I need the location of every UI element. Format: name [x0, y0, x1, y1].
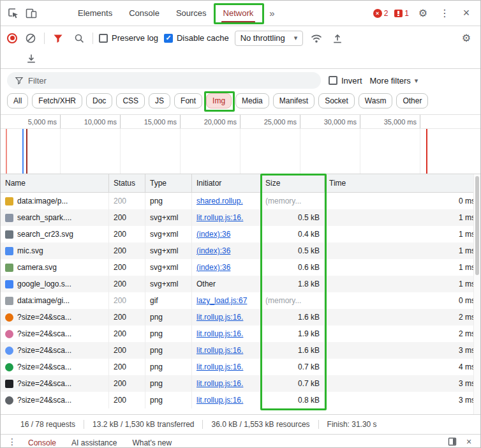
request-name-cell[interactable]: ?size=24&sca... — [1, 342, 109, 359]
initiator-link[interactable]: (index):36 — [196, 263, 230, 272]
drawer-menu-icon[interactable]: ⋮ — [6, 436, 18, 447]
chip-manifest[interactable]: Manifest — [273, 93, 314, 108]
initiator-link[interactable]: lit.rollup.js:16. — [196, 396, 243, 405]
table-row[interactable]: ?size=24&sca...200pnglit.rollup.js:16.1.… — [1, 325, 480, 342]
column-header-status[interactable]: Status — [109, 174, 145, 192]
initiator-link[interactable]: (index):36 — [196, 230, 230, 239]
device-toolbar-icon[interactable] — [24, 6, 39, 21]
filter-toggle-icon[interactable] — [50, 31, 66, 46]
table-row[interactable]: ?size=24&sca...200pnglit.rollup.js:16.0.… — [1, 359, 480, 375]
chip-doc[interactable]: Doc — [86, 93, 112, 108]
table-row[interactable]: data:image/p...200pngshared.rollup.(memo… — [1, 193, 480, 209]
request-name-cell[interactable]: search_cr23.svg — [1, 226, 109, 243]
close-devtools-icon[interactable]: × — [459, 6, 474, 21]
initiator-link[interactable]: lit.rollup.js:16. — [196, 346, 243, 355]
table-row[interactable]: search_spark....200svg+xmllit.rollup.js:… — [1, 209, 480, 226]
drawer-close-icon[interactable]: × — [463, 436, 475, 447]
preserve-log-checkbox[interactable] — [99, 34, 108, 43]
initiator-link[interactable]: lit.rollup.js:16. — [196, 329, 243, 338]
tick-label: 15,000 ms — [121, 115, 181, 128]
table-row[interactable]: camera.svg200svg+xml(index):360.6 kB1 ms — [1, 259, 480, 276]
drawer-tab-console[interactable]: Console — [22, 436, 62, 447]
chip-img[interactable]: Img — [206, 93, 232, 108]
chip-fetch-xhr[interactable]: Fetch/XHR — [32, 93, 82, 108]
request-name: ?size=24&sca... — [17, 329, 71, 338]
request-name-cell[interactable]: search_spark.... — [1, 209, 109, 226]
export-har-icon[interactable] — [24, 50, 39, 66]
request-name-cell[interactable]: ?size=24&sca... — [1, 359, 109, 375]
column-header-type[interactable]: Type — [145, 174, 192, 192]
table-row[interactable]: mic.svg200svg+xml(index):360.5 kB1 ms — [1, 243, 480, 259]
column-header-time[interactable]: Time — [325, 174, 480, 192]
filter-input[interactable] — [28, 76, 313, 86]
request-name-cell[interactable]: ?size=24&sca... — [1, 325, 109, 342]
column-header-size[interactable]: Size — [261, 174, 325, 192]
drawer-tab-ai-assistance[interactable]: AI assistance — [66, 436, 122, 447]
waterfall-overview[interactable] — [1, 129, 480, 174]
time-cell: 1 ms — [325, 259, 480, 276]
table-row[interactable]: ?size=24&sca...200pnglit.rollup.js:16.1.… — [1, 342, 480, 359]
throttling-select[interactable]: No throttling ▾ — [235, 31, 304, 46]
initiator-link[interactable]: lit.rollup.js:16. — [196, 362, 243, 371]
request-name-cell[interactable]: google_logo.s... — [1, 276, 109, 292]
request-name-cell[interactable]: ?size=24&sca... — [1, 375, 109, 392]
table-row[interactable]: search_cr23.svg200svg+xml(index):360.4 k… — [1, 226, 480, 243]
chip-css[interactable]: CSS — [116, 93, 145, 108]
chip-all[interactable]: All — [7, 93, 28, 108]
scrollbar-thumb[interactable] — [475, 176, 479, 275]
chip-font[interactable]: Font — [174, 93, 202, 108]
table-row[interactable]: google_logo.s...200svg+xmlOther1.8 kB1 m… — [1, 276, 480, 292]
request-name-cell[interactable]: data:image/p... — [1, 193, 109, 209]
settings-gear-icon[interactable]: ⚙ — [415, 6, 431, 21]
dock-icon[interactable] — [446, 436, 459, 447]
invert-checkbox[interactable] — [329, 76, 337, 85]
clear-network-log-icon[interactable] — [23, 31, 38, 46]
error-badge[interactable]: × 2 — [373, 9, 389, 18]
tab-elements[interactable]: Elements — [70, 1, 121, 26]
column-header-initiator[interactable]: Initiator — [192, 174, 261, 192]
more-options-icon[interactable]: ⋮ — [437, 6, 452, 21]
column-header-name[interactable]: Name — [1, 174, 109, 192]
network-conditions-icon[interactable] — [309, 31, 324, 46]
timeline-event-marker — [426, 129, 427, 174]
drawer-tab-whats-new[interactable]: What's new — [126, 436, 177, 447]
more-panels-icon[interactable]: » — [264, 6, 279, 21]
inspect-element-icon[interactable] — [6, 6, 21, 21]
table-row[interactable]: ?size=24&sca...200pnglit.rollup.js:16.0.… — [1, 375, 480, 392]
request-name-cell[interactable]: mic.svg — [1, 243, 109, 259]
chip-media[interactable]: Media — [235, 93, 269, 108]
request-name-cell[interactable]: ?size=24&sca... — [1, 309, 109, 325]
import-har-icon[interactable] — [330, 31, 345, 46]
initiator-text: Other — [196, 280, 216, 288]
disable-cache-checkbox[interactable]: ✓ — [164, 34, 173, 43]
initiator-link[interactable]: lit.rollup.js:16. — [196, 313, 243, 322]
more-filters-button[interactable]: More filters ▾ — [370, 76, 421, 86]
chip-other[interactable]: Other — [396, 93, 428, 108]
request-name-cell[interactable]: camera.svg — [1, 259, 109, 276]
tab-console[interactable]: Console — [121, 1, 168, 26]
table-row[interactable]: data:image/gi...200giflazy_load.js:67(me… — [1, 292, 480, 309]
initiator-link[interactable]: lazy_load.js:67 — [196, 296, 247, 305]
issues-badge[interactable]: 1 — [394, 9, 409, 18]
table-row[interactable]: ?size=24&sca...200pnglit.rollup.js:16.1.… — [1, 309, 480, 325]
tab-sources[interactable]: Sources — [168, 1, 215, 26]
initiator-link[interactable]: lit.rollup.js:16. — [196, 379, 243, 388]
time-cell: 3 ms — [325, 375, 480, 392]
record-network-log-button[interactable] — [7, 33, 17, 43]
chip-js[interactable]: JS — [149, 93, 170, 108]
initiator-link[interactable]: lit.rollup.js:16. — [196, 213, 243, 222]
initiator-link[interactable]: (index):36 — [196, 246, 230, 255]
chip-socket[interactable]: Socket — [318, 93, 355, 108]
tab-network[interactable]: Network — [215, 1, 262, 26]
request-name-cell[interactable]: ?size=24&sca... — [1, 392, 109, 408]
error-count: 2 — [384, 9, 389, 18]
time-cell: 1 ms — [325, 243, 480, 259]
search-network-icon[interactable] — [71, 31, 87, 46]
initiator-link[interactable]: shared.rollup. — [196, 197, 243, 205]
table-row[interactable]: ?size=24&sca...200pnglit.rollup.js:16.0.… — [1, 392, 480, 408]
network-settings-gear-icon[interactable]: ⚙ — [459, 31, 474, 46]
chip-wasm[interactable]: Wasm — [359, 93, 393, 108]
request-name-cell[interactable]: data:image/gi... — [1, 292, 109, 309]
size-cell: 1.6 kB — [261, 309, 325, 325]
vertical-scrollbar[interactable] — [473, 174, 480, 414]
